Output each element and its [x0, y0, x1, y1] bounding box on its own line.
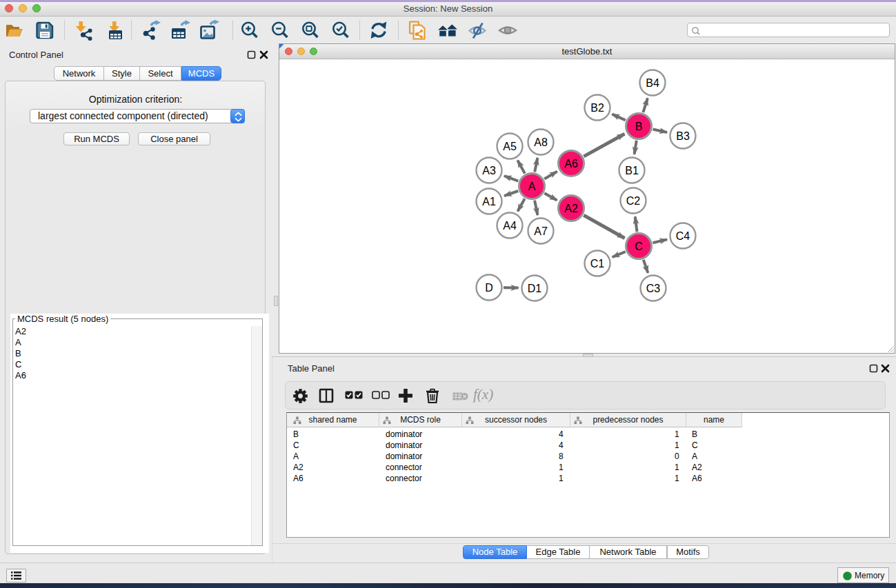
- svg-text:B2: B2: [590, 102, 604, 114]
- svg-text:D: D: [485, 282, 493, 294]
- svg-text:C4: C4: [676, 230, 690, 242]
- svg-text:B4: B4: [646, 77, 659, 89]
- svg-text:C2: C2: [626, 195, 641, 207]
- svg-text:A4: A4: [503, 220, 517, 232]
- svg-text:A2: A2: [564, 203, 578, 214]
- svg-text:A3: A3: [482, 165, 496, 176]
- svg-text:A1: A1: [482, 196, 496, 207]
- svg-text:B: B: [635, 121, 643, 132]
- svg-text:A8: A8: [534, 136, 548, 148]
- svg-text:A5: A5: [503, 141, 517, 152]
- svg-text:A: A: [528, 181, 536, 192]
- svg-text:B3: B3: [676, 130, 690, 142]
- svg-text:C1: C1: [590, 258, 605, 270]
- svg-text:C: C: [635, 241, 643, 252]
- svg-text:D1: D1: [528, 283, 542, 294]
- svg-text:A7: A7: [534, 225, 548, 237]
- svg-text:C3: C3: [646, 283, 661, 294]
- svg-text:A6: A6: [564, 158, 578, 170]
- svg-text:B1: B1: [625, 165, 639, 176]
